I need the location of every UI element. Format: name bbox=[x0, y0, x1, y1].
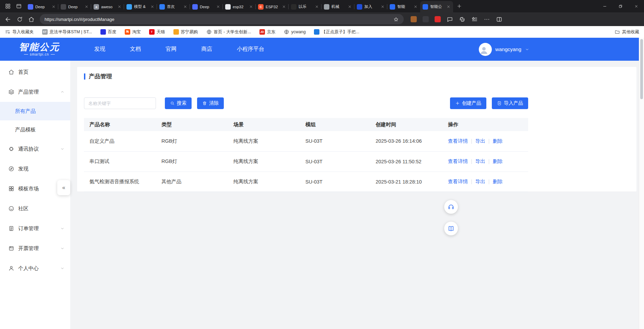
extensions-icon[interactable] bbox=[459, 16, 465, 23]
tab-label: Deep bbox=[68, 5, 82, 9]
action-link[interactable]: 删除 bbox=[493, 158, 503, 164]
extension-icon[interactable] bbox=[411, 16, 417, 22]
action-link[interactable]: 导出 bbox=[475, 138, 485, 144]
browser-tab[interactable]: Deep bbox=[25, 1, 58, 12]
browser-tab[interactable]: 模型 & bbox=[124, 1, 157, 12]
bookmark[interactable]: 【正点原子】手把... bbox=[314, 29, 359, 35]
bookmark[interactable]: ycwang bbox=[284, 29, 306, 35]
sidebar-subitem[interactable]: 所有产品 bbox=[0, 102, 70, 120]
header-nav-link[interactable]: 商店 bbox=[201, 46, 212, 53]
tab-close-icon[interactable] bbox=[150, 4, 155, 9]
action-link[interactable]: 导出 bbox=[475, 158, 485, 164]
bookmark-star-icon[interactable] bbox=[393, 16, 399, 22]
cell-created: 2025-03-26 16:14:06 bbox=[370, 131, 442, 151]
workspaces-icon[interactable] bbox=[5, 3, 11, 9]
browser-tab[interactable]: 以乐 bbox=[289, 1, 321, 12]
tab-close-icon[interactable] bbox=[348, 4, 352, 9]
sidebar-subitem[interactable]: 产品模板 bbox=[0, 120, 70, 139]
header-nav-link[interactable]: 发现 bbox=[94, 46, 105, 53]
docs-button[interactable] bbox=[444, 222, 458, 235]
support-button[interactable] bbox=[444, 200, 458, 214]
home-icon bbox=[8, 69, 14, 75]
header-nav-link[interactable]: 小程序平台 bbox=[237, 46, 264, 53]
header-nav-link[interactable]: 官网 bbox=[166, 46, 177, 53]
browser-tab[interactable]: CESP32 bbox=[256, 1, 289, 12]
action-link[interactable]: 查看详情 bbox=[448, 158, 468, 164]
action-link[interactable]: 导出 bbox=[475, 179, 485, 184]
action-link[interactable]: 删除 bbox=[493, 138, 503, 144]
browser-tab[interactable]: aaweso bbox=[91, 1, 124, 12]
tab-close-icon[interactable] bbox=[446, 4, 451, 9]
search-input[interactable] bbox=[84, 97, 156, 109]
bookmark[interactable]: 淘淘宝 bbox=[125, 29, 141, 35]
back-button[interactable] bbox=[5, 16, 11, 23]
action-link[interactable]: 删除 bbox=[493, 179, 503, 184]
sidebar-item[interactable]: 产品管理 bbox=[0, 82, 70, 102]
tab-close-icon[interactable] bbox=[51, 4, 56, 9]
sidebar-item[interactable]: 首页 bbox=[0, 62, 70, 82]
browser-tab[interactable]: Deep bbox=[190, 1, 223, 12]
tab-close-icon[interactable] bbox=[413, 4, 418, 9]
sidebar-item[interactable]: 个人中心 bbox=[0, 258, 70, 278]
sidebar-collapse-button[interactable]: « bbox=[57, 180, 70, 195]
chat-icon[interactable] bbox=[447, 16, 453, 23]
browser-tab[interactable]: 机械 bbox=[321, 1, 354, 12]
browser-tab[interactable]: 智能公 bbox=[420, 1, 453, 12]
tab-close-icon[interactable] bbox=[249, 4, 253, 9]
page-scrollbar[interactable] bbox=[639, 38, 644, 329]
site-logo[interactable]: 智能公元 smartpi.cn bbox=[19, 42, 60, 56]
maximize-button[interactable] bbox=[612, 0, 628, 12]
tab-close-icon[interactable] bbox=[117, 4, 122, 9]
table-row: 氨气检测语音播报系统其他产品纯离线方案SU-03T2025-03-21 18:2… bbox=[84, 172, 528, 192]
action-link[interactable]: 查看详情 bbox=[448, 138, 468, 144]
create-product-button[interactable]: 创建产品 bbox=[450, 97, 486, 109]
favorites-icon[interactable] bbox=[471, 16, 478, 23]
settings-menu-icon[interactable] bbox=[484, 16, 490, 23]
tab-close-icon[interactable] bbox=[380, 4, 385, 9]
search-button[interactable]: 搜索 bbox=[165, 97, 192, 109]
browser-tab[interactable]: 加入 bbox=[354, 1, 387, 12]
bookmark[interactable]: 首页 - 大学生创新... bbox=[206, 29, 251, 35]
new-tab-button[interactable] bbox=[457, 3, 462, 9]
sidebar-item[interactable]: 通讯协议 bbox=[0, 139, 70, 159]
sidebar-item[interactable]: 社区 bbox=[0, 199, 70, 219]
browser-tab[interactable]: esp32 bbox=[223, 1, 256, 12]
bookmark[interactable]: 百度 bbox=[100, 29, 117, 35]
extension-icon[interactable] bbox=[423, 16, 429, 22]
user-menu[interactable]: wangcyang bbox=[479, 43, 530, 56]
bookmark-favicon-icon bbox=[173, 29, 179, 35]
bookmark[interactable]: ST意法半导体STM | ST... bbox=[42, 29, 92, 35]
extension-icon[interactable] bbox=[435, 16, 441, 22]
clear-button[interactable]: 清除 bbox=[197, 97, 224, 109]
browser-tab[interactable]: Deep bbox=[58, 1, 91, 12]
action-link[interactable]: 查看详情 bbox=[448, 179, 468, 184]
bookmark[interactable]: T天猫 bbox=[149, 29, 165, 35]
tab-close-icon[interactable] bbox=[282, 4, 286, 9]
tab-overview-icon[interactable] bbox=[16, 3, 22, 9]
address-bar[interactable]: https://smartpi.cn/#/productManage bbox=[40, 14, 404, 24]
tab-favicon-icon bbox=[390, 4, 395, 10]
bookmark[interactable]: JD京东 bbox=[259, 29, 276, 35]
scrollbar-thumb[interactable] bbox=[640, 39, 643, 99]
bookmark[interactable]: 苏宁易购 bbox=[173, 29, 198, 35]
tab-close-icon[interactable] bbox=[84, 4, 89, 9]
tab-close-icon[interactable] bbox=[216, 4, 220, 9]
browser-tab[interactable]: 首次 bbox=[157, 1, 190, 12]
sidebar-item[interactable]: 开票管理 bbox=[0, 238, 70, 258]
split-screen-icon[interactable] bbox=[496, 16, 502, 23]
sidebar-item[interactable]: 订单管理 bbox=[0, 219, 70, 238]
other-favorites-button[interactable]: 其他收藏 bbox=[615, 29, 639, 35]
create-button-label: 创建产品 bbox=[462, 100, 481, 106]
tab-label: 智能公 bbox=[430, 4, 444, 9]
import-product-button[interactable]: 导入产品 bbox=[492, 97, 528, 109]
import-favorites-button[interactable]: 导入收藏夹 bbox=[5, 29, 34, 35]
browser-tab[interactable]: 智能 bbox=[387, 1, 420, 12]
tab-close-icon[interactable] bbox=[315, 4, 319, 9]
home-button[interactable] bbox=[28, 16, 35, 23]
refresh-button[interactable] bbox=[16, 16, 23, 23]
sidebar-item[interactable]: 发现 bbox=[0, 159, 70, 179]
header-nav-link[interactable]: 文档 bbox=[130, 46, 141, 53]
tab-close-icon[interactable] bbox=[183, 4, 187, 9]
close-window-button[interactable] bbox=[628, 0, 644, 12]
minimize-button[interactable] bbox=[597, 0, 612, 12]
